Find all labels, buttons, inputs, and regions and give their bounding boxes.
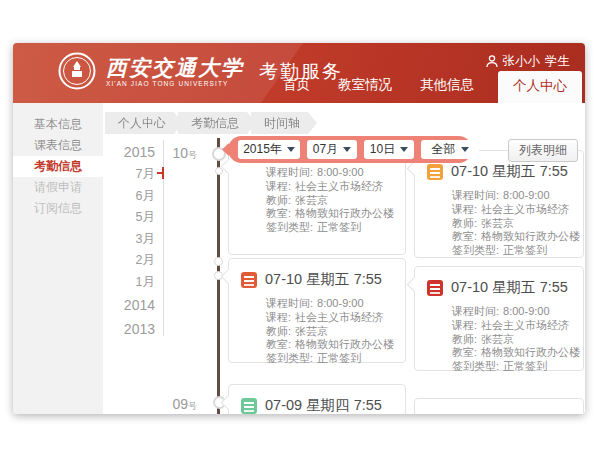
app-window: 西安交通大学 XI'AN JIAO TONG UNIVERSITY 考勤服务 张… — [13, 43, 585, 414]
timeline-year-month-nav: 2015 7月 6月 5月 3月 2月 1月 2014 2013 — [103, 140, 155, 341]
tnav-month-2[interactable]: 2月 — [103, 250, 155, 272]
card-title: 07-10 星期五 7:55 — [451, 162, 568, 181]
sidebar-item-basic-info[interactable]: 基本信息 — [13, 114, 103, 135]
tnav-year-2014[interactable]: 2014 — [103, 293, 155, 317]
attendance-card: 课程时间:8:00-9:00 课程:社会主义市场经济 教师:张芸京 教室:格物致… — [228, 148, 406, 255]
university-logo-icon — [57, 51, 97, 91]
university-name-en: XI'AN JIAO TONG UNIVERSITY — [106, 80, 244, 87]
filter-bar: 2015年 07月 10日 全部 — [228, 136, 472, 163]
card-title: 07-10 星期五 7:55 — [451, 278, 568, 297]
sidebar: 基本信息 课表信息 考勤信息 请假申请 订阅信息 — [13, 103, 103, 414]
breadcrumb-timeline[interactable]: 时间轴 — [251, 112, 317, 134]
breadcrumb: 个人中心 考勤信息 时间轴 — [105, 112, 312, 134]
card-title: 07-09 星期四 7:55 — [265, 396, 382, 414]
breadcrumb-personal-center[interactable]: 个人中心 — [105, 112, 183, 134]
breadcrumb-attendance-info[interactable]: 考勤信息 — [178, 112, 256, 134]
card-title: 07-10 星期五 7:55 — [265, 270, 382, 289]
nav-home[interactable]: 首页 — [269, 76, 324, 103]
chevron-down-icon — [287, 147, 295, 152]
main-panel: 个人中心 考勤信息 时间轴 2015 7月 6月 5月 3月 2月 1月 201… — [103, 103, 585, 414]
app-header: 西安交通大学 XI'AN JIAO TONG UNIVERSITY 考勤服务 张… — [13, 43, 585, 103]
nav-personal-center-active[interactable]: 个人中心 — [498, 71, 582, 103]
user-info[interactable]: 张小小 学生 — [486, 53, 571, 70]
tnav-year-2015[interactable]: 2015 — [103, 140, 155, 164]
user-role: 学生 — [545, 53, 570, 70]
attendance-card: 07-10 星期五 7:55 课程时间:8:00-9:00 课程:社会主义市场经… — [414, 266, 584, 371]
chevron-down-icon — [400, 147, 408, 152]
attendance-card-partial: 07-09 星期四 7:55 — [228, 384, 406, 414]
chevron-down-icon — [343, 147, 351, 152]
nav-classrooms[interactable]: 教室情况 — [324, 76, 406, 103]
university-name-zh: 西安交通大学 — [106, 56, 244, 79]
tnav-month-6[interactable]: 6月 — [103, 186, 155, 208]
sidebar-item-subscription-info[interactable]: 订阅信息 — [13, 198, 103, 219]
current-month-marker-tick — [162, 167, 164, 179]
attendance-card: 07-10 星期五 7:55 课程时间:8:00-9:00 课程:社会主义市场经… — [414, 150, 584, 258]
type-dropdown[interactable]: 全部 — [421, 140, 479, 159]
user-icon — [486, 55, 498, 68]
tnav-month-1[interactable]: 1月 — [103, 272, 155, 294]
attendance-card: 07-10 星期五 7:55 课程时间:8:00-9:00 课程:社会主义市场经… — [228, 258, 406, 363]
university-name: 西安交通大学 XI'AN JIAO TONG UNIVERSITY — [106, 56, 244, 87]
day-label-10: 10号 — [155, 145, 197, 162]
calendar-status-icon — [241, 398, 257, 414]
list-detail-button[interactable]: 列表明细 — [508, 139, 578, 162]
calendar-status-icon — [241, 272, 257, 288]
sidebar-item-leave-request[interactable]: 请假申请 — [13, 177, 103, 198]
day-label-09: 09号 — [155, 396, 197, 413]
calendar-status-icon — [427, 280, 443, 296]
timeline-node-small — [214, 257, 223, 266]
day-dropdown[interactable]: 10日 — [364, 140, 414, 159]
timeline-node-small — [215, 167, 223, 175]
attendance-card-partial — [414, 398, 584, 414]
calendar-status-icon — [427, 164, 443, 180]
tnav-month-7[interactable]: 7月 — [103, 164, 155, 186]
tnav-month-3[interactable]: 3月 — [103, 229, 155, 251]
top-nav: 首页 教室情况 其他信息 个人中心 — [269, 71, 582, 103]
chevron-down-icon — [461, 147, 469, 152]
screen: 西安交通大学 XI'AN JIAO TONG UNIVERSITY 考勤服务 张… — [0, 0, 600, 450]
tnav-year-2013[interactable]: 2013 — [103, 317, 155, 341]
nav-other-info[interactable]: 其他信息 — [406, 76, 488, 103]
content-area: 基本信息 课表信息 考勤信息 请假申请 订阅信息 个人中心 考勤信息 时间轴 2… — [13, 103, 585, 414]
sidebar-item-schedule-info[interactable]: 课表信息 — [13, 135, 103, 156]
month-dropdown[interactable]: 07月 — [307, 140, 357, 159]
tnav-month-5[interactable]: 5月 — [103, 207, 155, 229]
year-dropdown[interactable]: 2015年 — [238, 140, 300, 159]
sidebar-item-attendance-info[interactable]: 考勤信息 — [13, 156, 103, 177]
user-name: 张小小 — [503, 53, 541, 70]
